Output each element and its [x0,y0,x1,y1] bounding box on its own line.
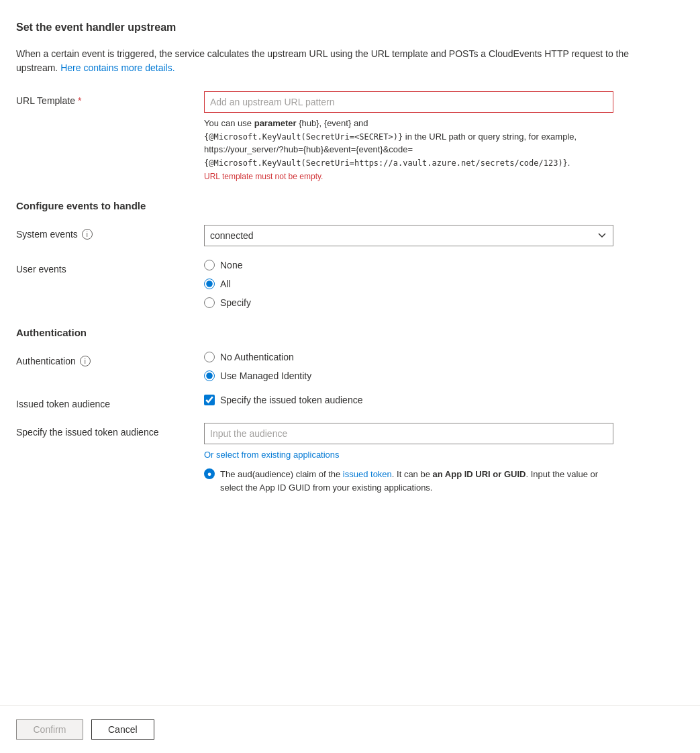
user-events-none-option[interactable]: None [204,260,644,270]
issued-token-checkbox-label: Specify the issued token audience [220,395,362,405]
user-events-specify-label: Specify [220,297,251,308]
details-link[interactable]: Here contains more details. [60,62,174,73]
cancel-button[interactable]: Cancel [91,719,154,740]
auth-managed-identity-label: Use Managed Identity [220,370,311,381]
page-title: Set the event handler upstream [16,21,644,34]
url-template-row: URL Template * You can use parameter {hu… [16,91,644,181]
configure-events-title: Configure events to handle [16,200,644,211]
authentication-label: Authentication i [16,352,204,366]
system-events-label: System events i [16,225,204,240]
configure-events-section: Configure events to handle [16,200,644,211]
select-existing-apps-link[interactable]: Or select from existing applications [204,450,340,460]
url-template-error: URL template must not be empty. [204,172,644,181]
required-indicator: * [78,95,81,106]
auth-no-auth-option[interactable]: No Authentication [204,352,644,362]
auth-no-auth-radio[interactable] [204,352,215,362]
issued-token-label: Issued token audience [16,395,204,409]
page-description: When a certain event is triggered, the s… [16,47,644,75]
url-template-control: You can use parameter {hub}, {event} and… [204,91,644,181]
audience-info-box: ● The aud(audience) claim of the issued … [204,468,613,494]
user-events-none-radio[interactable] [204,260,215,270]
system-events-info-icon[interactable]: i [82,229,93,240]
user-events-all-label: All [220,279,231,289]
system-events-dropdown[interactable]: connected disconnected connected;disconn… [204,225,613,246]
user-events-none-label: None [220,260,242,270]
authentication-info-icon[interactable]: i [80,356,91,366]
user-events-radio-group: None All Specify [204,260,644,308]
user-events-row: User events None All Specify [16,260,644,308]
url-template-hint: You can use parameter {hub}, {event} and… [204,117,613,169]
url-template-input[interactable] [204,91,613,113]
issued-token-checkbox-row: Specify the issued token audience [204,395,644,405]
specify-audience-label: Specify the issued token audience [16,423,204,438]
authentication-row: Authentication i No Authentication Use M… [16,352,644,381]
issued-token-row: Issued token audience Specify the issued… [16,395,644,409]
auth-managed-identity-radio[interactable] [204,370,215,381]
authentication-radio-group: No Authentication Use Managed Identity [204,352,644,381]
issued-token-control: Specify the issued token audience [204,395,644,405]
user-events-specify-option[interactable]: Specify [204,297,644,308]
auth-no-auth-label: No Authentication [220,352,294,362]
url-template-label: URL Template * [16,91,204,106]
specify-audience-row: Specify the issued token audience Or sel… [16,423,644,494]
audience-input[interactable] [204,423,613,444]
specify-audience-control: Or select from existing applications ● T… [204,423,644,494]
confirm-button[interactable]: Confirm [16,719,83,740]
user-events-all-option[interactable]: All [204,279,644,289]
user-events-all-radio[interactable] [204,279,215,289]
user-events-specify-radio[interactable] [204,297,215,308]
authentication-title: Authentication [16,327,644,338]
authentication-section: Authentication [16,327,644,338]
issued-token-link[interactable]: issued token [343,469,392,479]
user-events-control: None All Specify [204,260,644,308]
auth-managed-identity-option[interactable]: Use Managed Identity [204,370,644,381]
system-events-row: System events i connected disconnected c… [16,225,644,246]
authentication-control: No Authentication Use Managed Identity [204,352,644,381]
system-events-control: connected disconnected connected;disconn… [204,225,644,246]
issued-token-checkbox[interactable] [204,395,215,405]
info-dot-icon: ● [204,468,215,479]
footer: Confirm Cancel [0,705,700,753]
audience-info-text: The aud(audience) claim of the issued to… [220,468,613,494]
user-events-label: User events [16,260,204,274]
